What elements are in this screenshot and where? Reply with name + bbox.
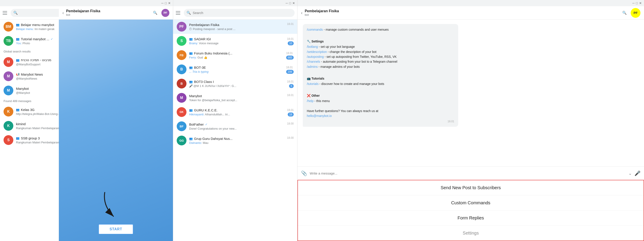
avatar: GG	[177, 136, 186, 145]
group-icon: 👥	[16, 59, 20, 62]
right-title-block: Pembelajaran Fisika bot	[305, 9, 618, 17]
setdescription-link[interactable]: /setdescription	[307, 50, 327, 54]
avatar: B	[177, 79, 186, 89]
avatar: BM	[4, 22, 13, 32]
chat-preview: Ferry: Gud 👍	[189, 56, 284, 59]
settings-icon: 🔧	[307, 40, 310, 43]
maximize-btn-mid[interactable]: □	[289, 1, 291, 5]
chat-preview: 🗒 Posting /newpost - send a post ...	[189, 27, 284, 31]
unread-badge: 10	[288, 41, 294, 45]
arrow-indicator	[98, 188, 125, 223]
settings-button[interactable]: Settings	[298, 226, 644, 240]
help-link[interactable]: /help	[307, 99, 314, 103]
form-replies-button[interactable]: Form Replies	[298, 210, 644, 226]
commands-link[interactable]: /commands	[307, 28, 323, 31]
chat-name: BOT3 Class I	[194, 80, 214, 84]
minimize-btn[interactable]: ─	[162, 1, 164, 5]
left-sidebar: ─ □ ✕ 🔍 @manybot ✕ BM 👥 Belajar menu man…	[0, 0, 173, 241]
verified-badge: ✓	[205, 123, 208, 126]
right-chat-area: /commands - manage custom commands and u…	[298, 20, 644, 166]
admins-link[interactable]: /admins	[307, 65, 318, 69]
other-section-label: ❌ Other	[307, 93, 454, 98]
chat-name: מניבוט - תמיכה טכנית	[21, 58, 52, 62]
send-new-post-button[interactable]: Send New Post to Subscribers	[298, 180, 644, 195]
middle-search-bar[interactable]: 🔍	[184, 9, 294, 17]
list-item[interactable]: GK 👥 GURU K.E.C.E. Hikmayanti: Alhamduli…	[173, 105, 297, 119]
channels-line: /channels - automate posting from your b…	[307, 59, 454, 64]
chat-time: 18.00	[287, 122, 294, 125]
list-item[interactable]: GG 👥 Grup Guru Dahsyat Nus... Dwinanto: …	[173, 133, 297, 148]
botlang-link[interactable]: /botlang	[307, 45, 318, 49]
maximize-btn-right[interactable]: □	[636, 1, 638, 5]
tutorials-link[interactable]: /tutorials	[307, 82, 318, 86]
minimize-btn-mid[interactable]: ─	[286, 1, 288, 5]
expand-button[interactable]: ⌄	[628, 171, 632, 176]
setdescription-desc: - change the description of your bot	[328, 50, 376, 54]
message-input-area: 📎 ⌄ 🎤	[298, 166, 644, 180]
chat-info: 👥 SADAR IGI Brainy: Voice message	[189, 37, 284, 45]
list-item[interactable]: PF Pembelajaran Fisika 🗒 Posting /newpos…	[173, 20, 297, 34]
close-btn[interactable]: ✕	[168, 1, 171, 5]
email-link[interactable]: hello@manybot.io	[307, 114, 332, 118]
close-btn-mid[interactable]: ✕	[292, 1, 295, 5]
further-text: Have further questions? You can always r…	[307, 109, 454, 113]
chat-name: BOT-3E	[194, 66, 206, 69]
chat-name: Belajar menu manybot	[21, 23, 54, 27]
avatar: M	[4, 86, 13, 95]
settings-section-label: 🔧 Settings	[307, 39, 454, 44]
attach-button[interactable]: 📎	[301, 170, 307, 176]
chat-preview: ... Tria is typing	[189, 70, 284, 73]
chat-name: Grup Guru Dahsyat Nus...	[194, 137, 232, 140]
chat-info: 👥 BOT-3E ... Tria is typing	[189, 66, 284, 73]
start-button[interactable]: START	[98, 224, 133, 234]
unread-badge: 206	[286, 70, 294, 74]
channel-icon: 📢	[16, 73, 20, 76]
maximize-btn[interactable]: □	[165, 1, 167, 5]
group-icon: 👥	[189, 80, 193, 83]
admins-desc: - manage admins of your bots	[318, 65, 360, 69]
menu-icon[interactable]	[3, 10, 9, 16]
list-item[interactable]: BF BotFather ✓ Done! Congratulations on …	[173, 119, 297, 133]
list-item[interactable]: B 👥 BOT-3E ... Tria is typing 18.01 206	[173, 62, 297, 77]
middle-search-input[interactable]	[193, 11, 292, 15]
chat-info: 👥 GURU K.E.C.E. Hikmayanti: Alhamdulilla…	[189, 108, 284, 116]
list-item[interactable]: S 👥 SADAR IGI Brainy: Voice message 18.0…	[173, 34, 297, 48]
channels-link[interactable]: /channels	[307, 60, 320, 63]
chat-preview: Done! Congratulations on your new...	[189, 127, 284, 130]
chat-time: 18.01	[286, 52, 293, 55]
chat-preview: Dwinanto: Mau	[189, 141, 284, 144]
avatar: BF	[177, 121, 186, 131]
group-icon: 👥	[16, 136, 20, 140]
autoposting-link[interactable]: /autoposting	[307, 55, 324, 59]
avatar: PF	[177, 22, 186, 32]
custom-commands-button[interactable]: Custom Commands	[298, 195, 644, 210]
right-back-button[interactable]: ‹	[301, 10, 302, 15]
chat-info: Manybot Token for @belajarfisika_bot acc…	[189, 94, 284, 102]
commands-desc: - manage custom commands and user menues	[324, 28, 389, 31]
list-item[interactable]: B 👥 BOT3 Class I 🎤 @M 1 K JU/NXə I XdXəY…	[173, 77, 297, 91]
avatar: GK	[177, 107, 186, 117]
right-chat-subtitle: bot	[305, 13, 618, 17]
voice-button[interactable]: 🎤	[634, 170, 640, 176]
right-chat-title: Pembelajaran Fisika	[305, 9, 618, 13]
chat-name: Manybot News	[21, 73, 43, 76]
chat-time: 18.01	[287, 23, 294, 26]
group-icon: 👥	[16, 37, 20, 41]
group-icon: 👥	[189, 66, 193, 69]
search-icon: 🔍	[13, 11, 18, 15]
list-item[interactable]: FB 👥 Forum Buku Indonesia (... Ferry: Gu…	[173, 48, 297, 62]
close-btn-right[interactable]: ✕	[639, 1, 642, 5]
list-item[interactable]: M Manybot Token for @belajarfisika_bot a…	[173, 91, 297, 105]
group-icon: 👥	[16, 108, 20, 111]
autoposting-line: /autoposting - set up autoposting from T…	[307, 54, 454, 59]
middle-menu-icon[interactable]	[176, 10, 182, 16]
minimize-btn-right[interactable]: ─	[632, 1, 635, 5]
right-search-button[interactable]: 🔍	[620, 9, 628, 17]
verified-icon: ✓	[50, 37, 53, 41]
avatar: M	[4, 57, 13, 67]
group-icon: 👥	[189, 109, 193, 112]
chat-preview: 🎤 @M 1 K JU/NXə I XdXəYH⁺: G...	[189, 84, 284, 88]
message-input[interactable]	[310, 171, 626, 175]
chat-name: SSB group 3	[21, 136, 40, 140]
botlang-line: /botlang - set up your bot language	[307, 44, 454, 49]
